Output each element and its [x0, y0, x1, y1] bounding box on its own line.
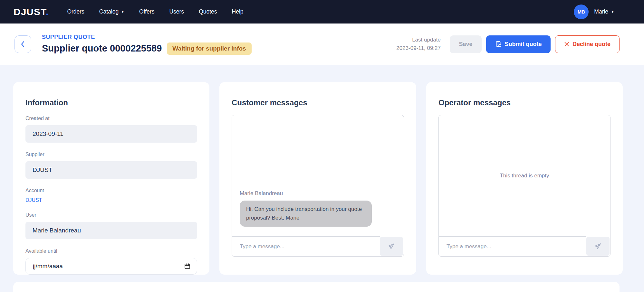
chevron-down-icon: ▼: [121, 10, 124, 14]
main-content: Information Created at 2023-09-11 Suppli…: [13, 82, 620, 272]
nav-item-offers[interactable]: Offers: [139, 8, 154, 15]
save-button[interactable]: Save: [450, 35, 482, 53]
created-at-label: Created at: [25, 116, 197, 121]
nav-item-users[interactable]: Users: [169, 8, 184, 15]
customer-thread-messages: Marie Balandreau Hi, Can you include tra…: [232, 115, 404, 236]
user-label: User: [25, 212, 197, 218]
nav-item-quotes[interactable]: Quotes: [199, 8, 217, 15]
customer-thread: Marie Balandreau Hi, Can you include tra…: [232, 115, 404, 257]
page-title: Supplier quote 0000225589: [42, 43, 162, 54]
nav-item-orders[interactable]: Orders: [67, 8, 84, 15]
account-label: Account: [25, 188, 197, 193]
supplier-label: Supplier: [25, 152, 197, 157]
back-button[interactable]: [14, 35, 31, 53]
user-field: Marie Balandreau: [25, 222, 197, 239]
chevron-down-icon: ▼: [611, 10, 614, 14]
calendar-icon[interactable]: [184, 263, 191, 271]
account-link[interactable]: DJUST: [25, 197, 42, 203]
last-update-label: Last update: [396, 36, 441, 44]
top-navbar: DJUST. Orders Catalog ▼ Offers Users Quo…: [0, 0, 644, 24]
operator-thread: This thread is empty: [438, 115, 610, 257]
customer-message-input[interactable]: [232, 236, 380, 256]
submit-quote-button[interactable]: Submit quote: [486, 35, 551, 53]
available-until-label: Available until: [25, 248, 197, 254]
document-icon: [495, 41, 502, 47]
send-customer-message-button[interactable]: [380, 237, 403, 256]
nav-item-help[interactable]: Help: [232, 8, 244, 15]
operator-messages-card: Operator messages This thread is empty: [426, 82, 623, 275]
last-update-value: 2023-09-11, 09:27: [396, 44, 441, 52]
operator-thread-messages: This thread is empty: [439, 115, 610, 236]
status-badge: Waiting for supplier infos: [167, 42, 251, 55]
customer-messages-title: Customer messages: [232, 98, 404, 107]
send-operator-message-button[interactable]: [586, 237, 610, 256]
next-section-card: [13, 282, 620, 292]
supplier-field: DJUST: [25, 161, 197, 179]
decline-quote-button[interactable]: Decline quote: [555, 35, 620, 53]
djust-logo[interactable]: DJUST.: [14, 6, 49, 17]
operator-message-input[interactable]: [439, 236, 586, 256]
user-menu[interactable]: Marie ▼: [594, 8, 614, 15]
avatar[interactable]: MB: [574, 5, 589, 19]
empty-thread-text: This thread is empty: [500, 173, 549, 179]
operator-messages-title: Operator messages: [438, 98, 610, 107]
available-until-date-input[interactable]: [25, 258, 197, 275]
main-menu: Orders Catalog ▼ Offers Users Quotes Hel…: [67, 8, 243, 15]
close-icon: [564, 42, 569, 47]
information-title: Information: [25, 98, 197, 107]
logo-dot: .: [46, 6, 49, 17]
last-update: Last update 2023-09-11, 09:27: [396, 36, 441, 53]
message-author: Marie Balandreau: [240, 190, 396, 197]
information-card: Information Created at 2023-09-11 Suppli…: [13, 82, 209, 275]
chevron-left-icon: [20, 41, 26, 48]
message-bubble: Hi, Can you include transportation in yo…: [240, 201, 372, 227]
send-icon: [594, 242, 602, 250]
customer-messages-card: Customer messages Marie Balandreau Hi, C…: [219, 82, 416, 275]
send-icon: [387, 242, 396, 250]
page-header: SUPPLIER QUOTE Supplier quote 0000225589…: [0, 24, 644, 65]
created-at-field: 2023-09-11: [25, 125, 197, 143]
breadcrumb-eyebrow: SUPPLIER QUOTE: [42, 34, 252, 41]
nav-item-catalog[interactable]: Catalog ▼: [99, 8, 124, 15]
